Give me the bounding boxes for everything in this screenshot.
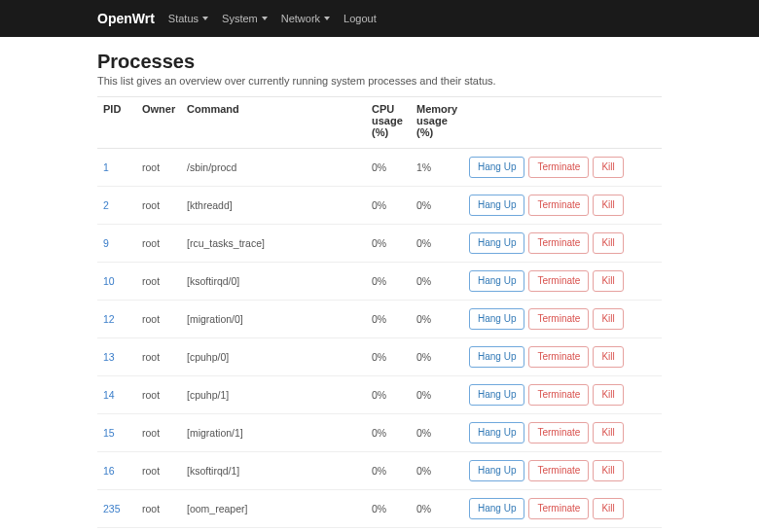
cell-owner: root: [136, 414, 181, 452]
nav-item-status[interactable]: Status: [168, 13, 208, 24]
table-row: 288root[kcompactd0]0%0%Hang UpTerminateK…: [97, 528, 662, 533]
cell-pid: 10: [97, 263, 136, 301]
cell-command: [cpuhp/0]: [181, 338, 366, 376]
cell-command: [kcompactd0]: [181, 528, 366, 533]
cell-actions: Hang UpTerminateKill: [463, 490, 662, 528]
chevron-down-icon: [202, 17, 208, 20]
kill-button[interactable]: Kill: [593, 498, 623, 519]
cell-owner: root: [136, 528, 181, 533]
table-row: 16root[ksoftirqd/1]0%0%Hang UpTerminateK…: [97, 452, 662, 490]
hangup-button[interactable]: Hang Up: [469, 422, 524, 443]
terminate-button[interactable]: Terminate: [528, 308, 589, 330]
hangup-button[interactable]: Hang Up: [469, 157, 524, 178]
cell-cpu: 0%: [366, 263, 411, 301]
nav-item-network[interactable]: Network: [281, 13, 330, 24]
cell-actions: Hang UpTerminateKill: [463, 225, 662, 263]
page-title: Processes: [97, 51, 662, 73]
table-row: 235root[oom_reaper]0%0%Hang UpTerminateK…: [97, 490, 662, 528]
cell-actions: Hang UpTerminateKill: [463, 263, 662, 301]
cell-mem: 0%: [411, 301, 463, 338]
process-table: PID Owner Command CPU usage (%) Memory u…: [97, 96, 662, 532]
kill-button[interactable]: Kill: [593, 232, 623, 254]
table-row: 13root[cpuhp/0]0%0%Hang UpTerminateKill: [97, 338, 662, 376]
cell-pid: 235: [97, 490, 136, 528]
terminate-button[interactable]: Terminate: [528, 460, 589, 481]
table-row: 12root[migration/0]0%0%Hang UpTerminateK…: [97, 301, 662, 338]
nav-item-system[interactable]: System: [222, 13, 268, 24]
kill-button[interactable]: Kill: [593, 422, 623, 443]
cell-owner: root: [136, 149, 181, 187]
cell-command: [kthreadd]: [181, 187, 366, 225]
cell-pid: 14: [97, 376, 136, 414]
col-pid: PID: [97, 97, 136, 149]
table-header-row: PID Owner Command CPU usage (%) Memory u…: [97, 97, 662, 149]
cell-owner: root: [136, 187, 181, 225]
kill-button[interactable]: Kill: [593, 460, 623, 481]
terminate-button[interactable]: Terminate: [528, 270, 589, 292]
terminate-button[interactable]: Terminate: [528, 498, 589, 519]
cell-command: [oom_reaper]: [181, 490, 366, 528]
cell-owner: root: [136, 263, 181, 301]
cell-actions: Hang UpTerminateKill: [463, 452, 662, 490]
cell-owner: root: [136, 301, 181, 338]
kill-button[interactable]: Kill: [593, 270, 623, 292]
cell-pid: 9: [97, 225, 136, 263]
cell-pid: 16: [97, 452, 136, 490]
cell-cpu: 0%: [366, 187, 411, 225]
hangup-button[interactable]: Hang Up: [469, 308, 524, 330]
col-mem: Memory usage (%): [411, 97, 463, 149]
cell-actions: Hang UpTerminateKill: [463, 338, 662, 376]
kill-button[interactable]: Kill: [593, 308, 623, 330]
table-row: 1root/sbin/procd0%1%Hang UpTerminateKill: [97, 149, 662, 187]
cell-pid: 2: [97, 187, 136, 225]
cell-command: [migration/0]: [181, 301, 366, 338]
cell-actions: Hang UpTerminateKill: [463, 414, 662, 452]
cell-owner: root: [136, 225, 181, 263]
nav-item-logout[interactable]: Logout: [343, 13, 377, 24]
terminate-button[interactable]: Terminate: [528, 157, 589, 178]
hangup-button[interactable]: Hang Up: [469, 270, 524, 292]
table-row: 15root[migration/1]0%0%Hang UpTerminateK…: [97, 414, 662, 452]
cell-mem: 0%: [411, 338, 463, 376]
cell-actions: Hang UpTerminateKill: [463, 149, 662, 187]
terminate-button[interactable]: Terminate: [528, 346, 589, 368]
chevron-down-icon: [324, 17, 330, 20]
cell-cpu: 0%: [366, 301, 411, 338]
table-row: 9root[rcu_tasks_trace]0%0%Hang UpTermina…: [97, 225, 662, 263]
cell-cpu: 0%: [366, 149, 411, 187]
kill-button[interactable]: Kill: [593, 157, 623, 178]
top-navbar: OpenWrt StatusSystemNetworkLogout: [0, 0, 759, 37]
nav-item-label: Status: [168, 13, 199, 24]
chevron-down-icon: [262, 17, 268, 20]
cell-cpu: 0%: [366, 528, 411, 533]
cell-owner: root: [136, 490, 181, 528]
hangup-button[interactable]: Hang Up: [469, 384, 524, 406]
hangup-button[interactable]: Hang Up: [469, 195, 524, 216]
nav-item-label: System: [222, 13, 258, 24]
nav-item-label: Logout: [343, 13, 377, 24]
terminate-button[interactable]: Terminate: [528, 384, 589, 406]
brand-link[interactable]: OpenWrt: [97, 11, 155, 26]
main-container: Processes This list gives an overview ov…: [97, 37, 662, 532]
cell-owner: root: [136, 452, 181, 490]
terminate-button[interactable]: Terminate: [528, 422, 589, 443]
kill-button[interactable]: Kill: [593, 346, 623, 368]
cell-actions: Hang UpTerminateKill: [463, 376, 662, 414]
cell-command: [rcu_tasks_trace]: [181, 225, 366, 263]
cell-mem: 0%: [411, 414, 463, 452]
terminate-button[interactable]: Terminate: [528, 232, 589, 254]
kill-button[interactable]: Kill: [593, 384, 623, 406]
cell-pid: 13: [97, 338, 136, 376]
cell-cpu: 0%: [366, 414, 411, 452]
hangup-button[interactable]: Hang Up: [469, 232, 524, 254]
hangup-button[interactable]: Hang Up: [469, 498, 524, 519]
terminate-button[interactable]: Terminate: [528, 195, 589, 216]
cell-mem: 0%: [411, 187, 463, 225]
cell-command: [cpuhp/1]: [181, 376, 366, 414]
cell-mem: 0%: [411, 225, 463, 263]
hangup-button[interactable]: Hang Up: [469, 346, 524, 368]
kill-button[interactable]: Kill: [593, 195, 623, 216]
table-row: 10root[ksoftirqd/0]0%0%Hang UpTerminateK…: [97, 263, 662, 301]
hangup-button[interactable]: Hang Up: [469, 460, 524, 481]
cell-pid: 1: [97, 149, 136, 187]
